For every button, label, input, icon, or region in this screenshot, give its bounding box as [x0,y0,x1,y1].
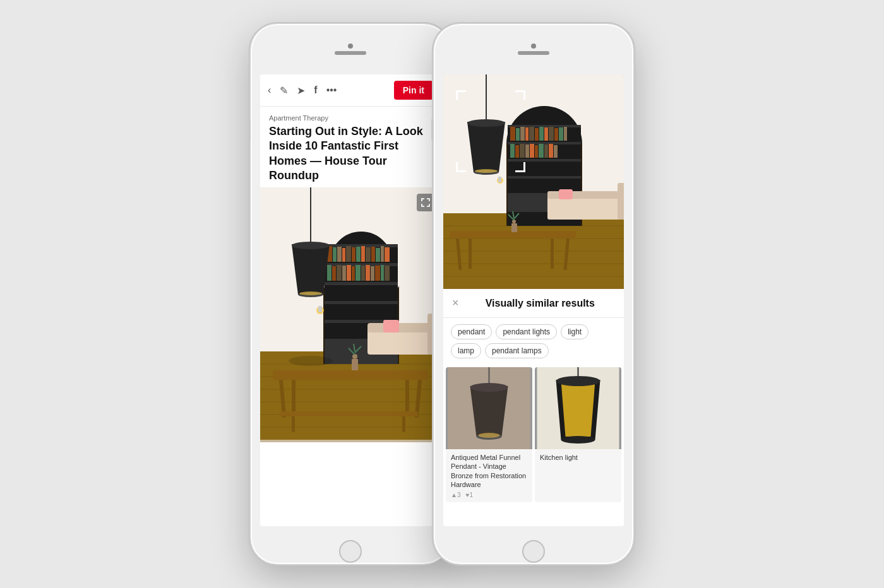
speaker-2 [518,51,549,55]
svg-point-60 [352,354,357,359]
svg-rect-129 [498,177,501,182]
svg-point-141 [556,376,600,386]
pin-it-button[interactable]: Pin it [394,81,433,100]
svg-rect-96 [554,128,558,141]
svg-rect-37 [347,265,351,281]
svg-rect-83 [508,142,581,144]
similar-results-section: × Visually similar results pendant penda… [443,289,624,505]
tag-pendant[interactable]: pendant [451,324,492,339]
svg-rect-26 [356,247,361,262]
svg-rect-55 [405,380,409,415]
svg-rect-2 [260,351,441,440]
phone-screen-1: ‹ ✎ ➤ f ••• Pin it Apartment Therapy Sta… [260,74,441,526]
edit-icon[interactable]: ✎ [280,85,288,97]
tag-light[interactable]: light [561,324,588,339]
likes-count-1: ♥1 [465,491,473,498]
svg-rect-67 [383,320,399,332]
article-image [260,187,441,442]
home-button-1[interactable] [339,540,362,563]
svg-rect-91 [529,127,534,141]
svg-point-112 [467,119,505,127]
result-card-1[interactable]: Antiqued Metal Funnel Pendant - Vintage … [446,367,532,502]
svg-rect-25 [352,247,355,262]
svg-rect-107 [549,144,553,158]
svg-rect-22 [337,247,342,262]
svg-rect-39 [355,265,361,281]
screen2-content: × Visually similar results pendant penda… [443,74,624,505]
back-button[interactable]: ‹ [268,85,271,96]
result-card-2[interactable]: Kitchen light [535,367,621,502]
tag-pendant-lights[interactable]: pendant lights [496,324,557,339]
svg-rect-119 [511,223,517,232]
svg-rect-65 [367,323,437,332]
result-card-info-2: Kitchen light [535,449,621,468]
svg-marker-110 [467,122,505,172]
svg-rect-28 [366,247,371,262]
svg-rect-35 [337,265,342,281]
home-button-2[interactable] [522,540,545,563]
tag-lamp[interactable]: lamp [451,343,481,358]
result-card-title-2: Kitchen light [540,453,616,462]
svg-marker-47 [292,244,330,295]
result-card-image-2 [535,367,621,449]
result-card-title-1: Antiqued Metal Funnel Pendant - Vintage … [451,453,527,489]
svg-marker-132 [470,386,508,437]
front-camera-1 [348,44,353,49]
svg-rect-126 [618,183,624,220]
svg-rect-59 [352,359,358,370]
svg-rect-105 [539,144,544,158]
svg-marker-139 [561,381,595,437]
svg-rect-100 [515,145,519,158]
tag-pendant-lamps[interactable]: pendant lamps [485,343,549,358]
more-icon[interactable]: ••• [326,85,337,96]
svg-rect-45 [385,266,390,281]
svg-rect-43 [375,266,380,281]
expand-icon[interactable] [417,194,434,211]
front-camera-2 [531,44,536,49]
svg-rect-57 [292,416,295,432]
phones-container: ‹ ✎ ➤ f ••• Pin it Apartment Therapy Sta… [249,23,635,565]
saves-count-1: ▲3 [451,491,460,498]
svg-rect-88 [516,128,520,141]
svg-rect-84 [508,159,581,162]
svg-point-140 [561,436,595,444]
svg-rect-108 [554,145,558,158]
results-grid: Antiqued Metal Funnel Pendant - Vintage … [443,365,624,505]
result-card-stats-1: ▲3 ♥1 [451,491,527,498]
phone-2: × Visually similar results pendant penda… [433,23,635,565]
svg-rect-92 [535,128,539,141]
similar-header: × Visually similar results [443,289,624,318]
phone-top-1 [251,24,450,74]
svg-rect-99 [510,144,515,158]
svg-rect-56 [279,411,418,416]
svg-rect-40 [361,266,365,281]
phone-bottom-2 [434,539,633,564]
svg-rect-17 [325,301,398,304]
svg-rect-98 [564,127,567,141]
phone-top-2 [434,24,633,74]
svg-rect-125 [547,191,622,199]
screen1-content: ‹ ✎ ➤ f ••• Pin it Apartment Therapy Sta… [260,74,441,442]
svg-rect-58 [402,416,405,432]
svg-rect-54 [292,380,296,415]
article-meta: Apartment Therapy Starting Out in Style:… [260,107,441,187]
svg-rect-93 [539,127,544,141]
svg-rect-89 [520,127,525,141]
svg-rect-23 [342,248,345,262]
svg-rect-33 [327,265,332,281]
svg-rect-36 [342,266,346,281]
article-source: Apartment Therapy [269,114,432,122]
tags-row: pendant pendant lights light lamp pendan… [443,318,624,365]
speaker-1 [335,51,366,55]
facebook-icon[interactable]: f [314,85,317,96]
svg-rect-101 [520,144,525,158]
svg-rect-41 [366,265,370,281]
svg-rect-127 [559,189,573,199]
share-icon[interactable]: ➤ [297,85,305,97]
result-card-info-1: Antiqued Metal Funnel Pendant - Vintage … [446,449,532,502]
svg-rect-16 [325,282,398,285]
toolbar: ‹ ✎ ➤ f ••• Pin it [260,74,441,107]
phone-bottom-1 [251,539,450,564]
svg-rect-97 [559,127,563,141]
close-button[interactable]: × [452,297,459,310]
